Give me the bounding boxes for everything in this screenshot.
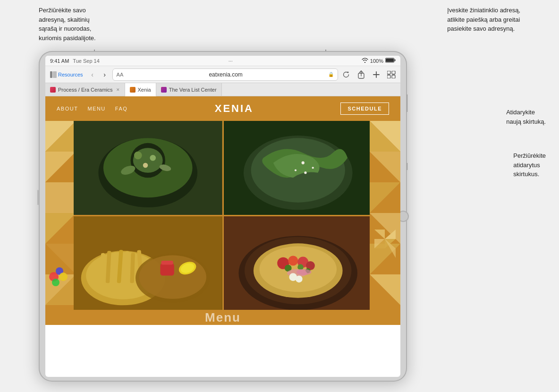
toolbar-actions <box>340 68 398 81</box>
back-button[interactable]: ‹ <box>87 69 98 80</box>
site-nav: ABOUT MENU FAQ XENiA SCHEDULE <box>45 96 400 121</box>
battery-text: 100% <box>370 58 383 64</box>
forward-button[interactable]: › <box>99 69 110 80</box>
nav-buttons: ‹ › <box>87 69 110 80</box>
url-display: eatxenia.com <box>126 71 325 78</box>
svg-point-77 <box>259 246 337 291</box>
svg-point-45 <box>134 152 142 160</box>
svg-point-79 <box>288 256 298 265</box>
annotation-right-bottom: Peržiūrėkite atidarytus skirtukus. <box>513 151 546 179</box>
tab-title-vera: The Vera List Center <box>169 87 217 93</box>
bookmarks-button[interactable]: Resources <box>48 71 85 78</box>
share-icon <box>357 70 365 79</box>
food-image-1 <box>74 121 222 215</box>
svg-point-54 <box>312 167 313 169</box>
food-image-3 <box>74 216 222 310</box>
reader-view-button[interactable]: AA <box>117 72 124 77</box>
ipad-frame: 9:41 AM Tue Sep 14 ··· 100% <box>39 51 407 382</box>
svg-point-39 <box>52 279 59 286</box>
ipad-screen: 9:41 AM Tue Sep 14 ··· 100% <box>45 56 400 377</box>
food-image-4 <box>224 216 373 310</box>
status-time: 9:41 AM <box>50 58 69 64</box>
tab-favicon-xenia <box>130 87 136 93</box>
status-date: Tue Sep 14 <box>73 58 99 64</box>
tab-vera[interactable]: The Vera List Center <box>156 83 222 96</box>
new-tab-button[interactable] <box>370 68 382 81</box>
svg-rect-70 <box>161 261 173 264</box>
nav-about[interactable]: ABOUT <box>57 106 78 111</box>
svg-marker-29 <box>45 182 76 213</box>
status-bar-right: 100% <box>362 58 396 64</box>
browser-toolbar: Resources ‹ › AA eatxenia.com 🔒 <box>45 66 400 83</box>
bookmarks-label: Resources <box>58 72 83 77</box>
svg-rect-13 <box>394 60 395 61</box>
svg-rect-22 <box>387 75 390 78</box>
svg-rect-21 <box>392 71 395 74</box>
tab-close-process[interactable]: ✕ <box>116 87 120 92</box>
tab-title-process: Process / Era Ceramics <box>58 87 113 93</box>
plus-icon <box>373 71 380 78</box>
reload-icon <box>342 71 350 78</box>
status-bar-dots: ··· <box>229 58 233 64</box>
tab-bar: Process / Era Ceramics ✕ Xenia The Vera … <box>45 83 400 96</box>
tab-process-era[interactable]: Process / Era Ceramics ✕ <box>45 83 125 96</box>
nav-menu[interactable]: MENU <box>87 106 105 111</box>
annotation-top-left: Peržiūrėkite savo adresyną, skaitinių są… <box>39 6 96 43</box>
svg-rect-20 <box>387 71 390 74</box>
sidebar-icon <box>50 71 57 78</box>
svg-rect-12 <box>386 59 394 62</box>
tab-xenia[interactable]: Xenia <box>125 83 156 96</box>
svg-point-56 <box>304 171 306 174</box>
svg-point-38 <box>59 273 68 281</box>
site-logo: XENiA <box>127 102 340 115</box>
annotation-top-right: Įveskite žiniatinklio adresą, atlikite p… <box>447 6 520 34</box>
annotation-right-top: Atidarykite naują skirtuką. <box>506 108 546 126</box>
status-bar: 9:41 AM Tue Sep 14 ··· 100% <box>45 56 400 66</box>
tabs-overview-button[interactable] <box>385 68 398 81</box>
hero-area <box>45 121 400 310</box>
svg-point-47 <box>143 163 148 168</box>
svg-point-86 <box>296 269 311 275</box>
tabs-grid-icon <box>387 71 396 78</box>
status-bar-left: 9:41 AM Tue Sep 14 <box>50 58 100 64</box>
svg-rect-69 <box>160 263 174 275</box>
svg-point-55 <box>294 169 296 171</box>
tab-favicon-vera <box>161 87 167 93</box>
svg-rect-14 <box>50 71 52 78</box>
address-bar[interactable]: AA eatxenia.com 🔒 <box>112 68 338 81</box>
geo-decoration-left <box>45 121 76 310</box>
svg-point-53 <box>301 162 304 164</box>
lock-icon: 🔒 <box>328 72 334 77</box>
food-image-2 <box>224 121 373 215</box>
site-nav-links: ABOUT MENU FAQ <box>57 106 127 111</box>
website-content: ABOUT MENU FAQ XENiA SCHEDULE <box>45 96 400 377</box>
nav-faq[interactable]: FAQ <box>115 106 128 111</box>
wifi-icon <box>362 58 368 64</box>
svg-point-88 <box>296 275 303 282</box>
svg-rect-23 <box>392 75 395 78</box>
geo-decoration-right <box>370 121 400 310</box>
schedule-button[interactable]: SCHEDULE <box>340 102 389 115</box>
site-bottom-teaser: Menu <box>45 310 400 325</box>
food-mosaic <box>74 121 372 310</box>
reload-button[interactable] <box>340 68 352 81</box>
tab-title-xenia: Xenia <box>138 87 151 93</box>
svg-point-46 <box>150 155 156 161</box>
tab-favicon-process <box>50 87 56 93</box>
side-button[interactable] <box>37 190 39 205</box>
battery-icon <box>385 58 396 64</box>
bottom-menu-text: Menu <box>205 310 241 325</box>
svg-rect-15 <box>53 71 57 78</box>
share-button[interactable] <box>355 68 367 81</box>
